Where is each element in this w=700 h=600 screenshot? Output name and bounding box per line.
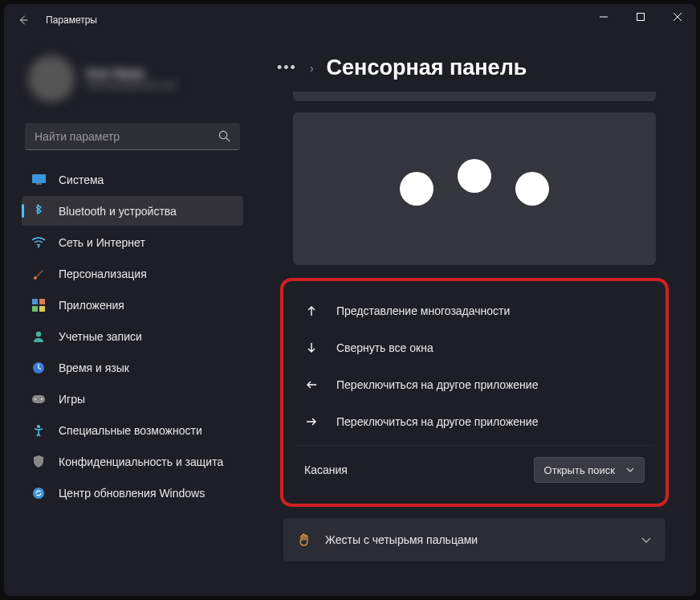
- svg-rect-7: [32, 306, 38, 312]
- avatar: [28, 55, 75, 102]
- tap-action-dropdown[interactable]: Открыть поиск: [534, 457, 645, 483]
- close-icon: [674, 13, 682, 21]
- apps-icon: [31, 298, 46, 312]
- update-icon: [31, 486, 46, 500]
- window-controls: [585, 4, 696, 30]
- profile-name: User Name: [86, 67, 177, 80]
- breadcrumb: ••• › Сенсорная панель: [277, 55, 672, 80]
- svg-rect-5: [32, 299, 38, 304]
- gesture-label: Переключиться на другое приложение: [336, 415, 538, 428]
- nav-label: Учетные записи: [59, 330, 142, 343]
- nav-item-windows-update[interactable]: Центр обновления Windows: [22, 478, 243, 508]
- svg-rect-0: [637, 14, 645, 21]
- dropdown-value: Открыть поиск: [544, 464, 615, 476]
- gesture-label: Представление многозадачности: [336, 304, 510, 317]
- nav-item-privacy[interactable]: Конфиденциальность и защита: [22, 447, 243, 476]
- svg-rect-2: [32, 174, 46, 183]
- gesture-label: Переключиться на другое приложение: [336, 378, 538, 391]
- four-finger-gestures-card[interactable]: Жесты с четырьмя пальцами: [283, 518, 665, 561]
- body: User Name username@mail.com Система Blue…: [4, 36, 696, 596]
- brush-icon: [31, 267, 46, 281]
- svg-rect-11: [32, 395, 45, 403]
- nav-label: Конфиденциальность и защита: [59, 455, 223, 468]
- svg-rect-3: [36, 183, 42, 185]
- svg-point-14: [37, 425, 40, 428]
- search-input[interactable]: [35, 130, 218, 143]
- svg-rect-8: [39, 306, 45, 312]
- gesture-swipe-down[interactable]: Свернуть все окна: [295, 329, 654, 366]
- maximize-button[interactable]: [622, 4, 659, 30]
- touch-point-icon: [400, 172, 433, 206]
- nav-item-network[interactable]: Сеть и Интернет: [22, 227, 243, 257]
- back-button[interactable]: [10, 7, 36, 33]
- display-icon: [31, 173, 46, 187]
- tap-label: Касания: [304, 463, 348, 476]
- nav-item-gaming[interactable]: Игры: [22, 384, 243, 414]
- page-title: Сенсорная панель: [327, 55, 527, 80]
- shield-icon: [31, 455, 46, 469]
- bluetooth-icon: [31, 204, 46, 218]
- nav-item-apps[interactable]: Приложения: [22, 290, 243, 320]
- user-icon: [31, 329, 46, 344]
- minimize-icon: [600, 13, 608, 21]
- nav-item-accessibility[interactable]: Специальные возможности: [22, 415, 243, 445]
- gesture-illustration: [293, 112, 656, 265]
- nav-label: Специальные возможности: [59, 424, 202, 437]
- search-box[interactable]: [25, 123, 240, 150]
- gesture-swipe-right[interactable]: Переключиться на другое приложение: [295, 403, 654, 440]
- gesture-swipe-up[interactable]: Представление многозадачности: [295, 292, 654, 329]
- hand-icon: [298, 533, 312, 547]
- three-finger-gestures-panel: Представление многозадачности Свернуть в…: [280, 278, 669, 507]
- svg-point-12: [35, 398, 36, 399]
- breadcrumb-more[interactable]: •••: [277, 59, 297, 76]
- nav-label: Игры: [59, 393, 85, 406]
- arrow-left-icon: [304, 378, 319, 392]
- wifi-icon: [31, 235, 46, 250]
- svg-point-13: [41, 398, 43, 399]
- nav: Система Bluetooth и устройства Сеть и Ин…: [22, 165, 243, 508]
- touch-point-icon: [515, 172, 549, 206]
- chevron-down-icon: [626, 467, 634, 472]
- nav-label: Bluetooth и устройства: [59, 205, 177, 218]
- nav-label: Сеть и Интернет: [59, 236, 145, 249]
- nav-item-time-language[interactable]: Время и язык: [22, 353, 243, 382]
- nav-label: Персонализация: [59, 267, 147, 280]
- svg-point-4: [38, 245, 39, 247]
- nav-item-accounts[interactable]: Учетные записи: [22, 321, 243, 351]
- gamepad-icon: [31, 392, 46, 406]
- collapsed-card-stub: [293, 92, 656, 101]
- svg-point-15: [33, 488, 44, 499]
- profile-block[interactable]: User Name username@mail.com: [22, 44, 243, 118]
- card-label: Жесты с четырьмя пальцами: [325, 533, 478, 546]
- minimize-button[interactable]: [585, 4, 622, 30]
- close-button[interactable]: [659, 4, 696, 30]
- nav-label: Время и язык: [59, 361, 129, 374]
- chevron-right-icon: ›: [310, 62, 314, 75]
- maximize-icon: [637, 13, 645, 21]
- touch-point-icon: [458, 159, 491, 193]
- gesture-swipe-left[interactable]: Переключиться на другое приложение: [295, 366, 654, 403]
- svg-rect-6: [39, 299, 45, 304]
- tap-row: Касания Открыть поиск: [295, 445, 654, 494]
- nav-item-personalization[interactable]: Персонализация: [22, 259, 243, 288]
- arrow-right-icon: [304, 414, 319, 429]
- nav-label: Система: [59, 173, 104, 186]
- gesture-label: Свернуть все окна: [336, 341, 433, 354]
- titlebar: Параметры: [4, 4, 696, 36]
- nav-label: Центр обновления Windows: [59, 487, 205, 500]
- arrow-down-icon: [304, 341, 319, 355]
- search-icon: [218, 130, 230, 142]
- nav-label: Приложения: [59, 299, 124, 312]
- svg-point-9: [36, 331, 41, 336]
- chevron-down-icon: [641, 537, 651, 543]
- main-content: ••• › Сенсорная панель Представление мно…: [253, 36, 696, 596]
- settings-window: Параметры User Name username@mail.com: [4, 4, 696, 596]
- profile-email: username@mail.com: [86, 80, 177, 91]
- sidebar: User Name username@mail.com Система Blue…: [4, 36, 253, 596]
- nav-item-bluetooth[interactable]: Bluetooth и устройства: [22, 196, 243, 226]
- window-title: Параметры: [46, 14, 97, 26]
- nav-item-system[interactable]: Система: [22, 165, 243, 194]
- svg-point-1: [219, 131, 226, 138]
- arrow-up-icon: [304, 304, 319, 318]
- arrow-left-icon: [18, 14, 29, 26]
